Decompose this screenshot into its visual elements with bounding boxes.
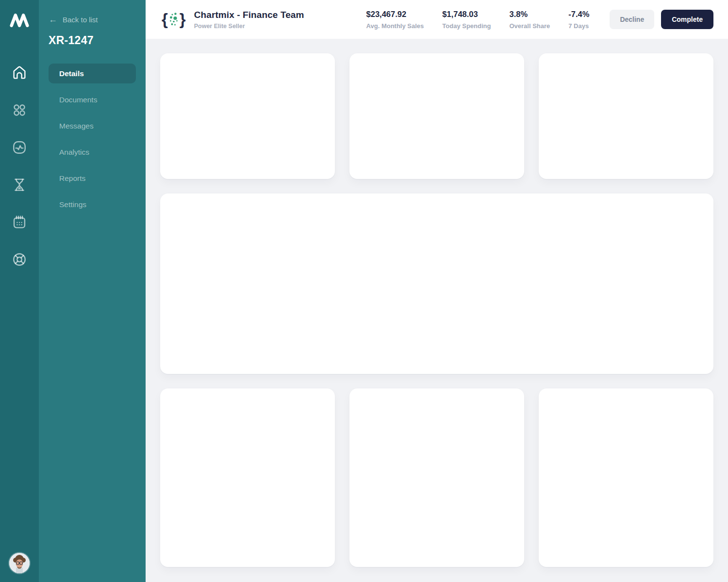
stat-label: Overall Share [509,22,550,30]
stat-overall-share: 3.8% Overall Share [509,10,550,30]
page-header: { } Chartmix [146,0,728,39]
placeholder-card-6 [539,388,713,567]
home-icon[interactable] [12,65,27,81]
stat-today-spending: $1,748.03 Today Spending [442,10,491,30]
activity-icon[interactable] [12,140,27,155]
placeholder-card-wide [160,194,713,374]
card-grid [146,39,728,582]
placeholder-card-1 [160,53,335,179]
calendar-icon[interactable] [12,214,27,230]
brand-m-logo [9,10,30,31]
chartmix-logo: { } [162,10,186,29]
placeholder-card-2 [349,53,524,179]
rail-icon-list [12,65,27,267]
sidebar-item-reports[interactable]: Reports [49,168,136,188]
life-buoy-icon[interactable] [12,252,27,267]
back-to-list-label: Back to list [63,16,98,24]
main-area: { } Chartmix [146,0,728,582]
stat-value: -7.4% [568,10,589,19]
stat-value: $1,748.03 [442,10,491,19]
stat-label: Avg. Monthly Sales [366,22,424,30]
app-window: ← Back to list XR-1247 Details Documents… [0,0,728,582]
header-stats: $23,467.92 Avg. Monthly Sales $1,748.03 … [366,10,590,30]
arrow-left-icon: ← [49,15,57,24]
record-id: XR-1247 [49,34,136,47]
page-title: Chartmix - Finance Team [194,10,304,20]
detail-sidebar: ← Back to list XR-1247 Details Documents… [39,0,146,582]
stat-label: Today Spending [442,22,491,30]
stat-value: 3.8% [509,10,550,19]
sidebar-item-messages[interactable]: Messages [49,116,136,136]
sidebar-item-settings[interactable]: Settings [49,194,136,214]
placeholder-card-4 [160,388,335,567]
placeholder-card-3 [539,53,713,179]
sidebar-item-analytics[interactable]: Analytics [49,142,136,162]
brace-close: } [180,10,186,29]
user-avatar[interactable] [9,553,30,573]
complete-button[interactable]: Complete [661,10,713,29]
title-block: Chartmix - Finance Team Power Elite Sell… [194,10,304,30]
stat-value: $23,467.92 [366,10,424,19]
stat-avg-monthly-sales: $23,467.92 Avg. Monthly Sales [366,10,424,30]
sidebar-item-details[interactable]: Details [49,64,136,83]
stat-label: 7 Days [568,22,589,30]
page-subtitle: Power Elite Seller [194,23,304,30]
brace-open: { [162,10,168,29]
hourglass-icon[interactable] [12,177,27,193]
placeholder-card-5 [349,388,524,567]
green-dots-icon [168,10,179,29]
decline-button[interactable]: Decline [610,10,654,29]
back-to-list-link[interactable]: ← Back to list [49,15,136,24]
header-actions: Decline Complete [610,10,713,29]
stat-7-days: -7.4% 7 Days [568,10,589,30]
apps-grid-icon[interactable] [12,102,27,118]
sidebar-item-documents[interactable]: Documents [49,90,136,110]
icon-rail [0,0,39,582]
sidebar-nav: Details Documents Messages Analytics Rep… [49,64,136,221]
